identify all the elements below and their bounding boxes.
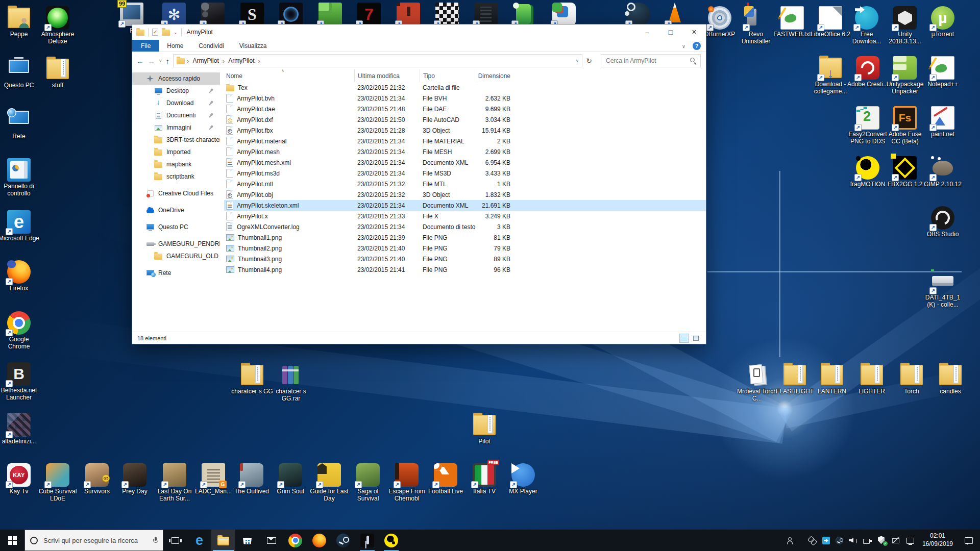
column-header-type[interactable]: Tipo <box>420 69 477 82</box>
up-button[interactable] <box>166 57 170 65</box>
desktop-icon-the-outlived[interactable]: The Outlived <box>230 463 273 495</box>
folder-icon[interactable] <box>162 30 170 36</box>
file-row-armypilot-dxf[interactable]: ArmyPilot.dxf23/02/2015 21:50File AutoCA… <box>224 114 706 125</box>
sidebar-item-download[interactable]: Download <box>132 97 220 109</box>
sidebar-item-documenti[interactable]: Documenti <box>132 109 220 121</box>
file-row-tex[interactable]: Tex23/02/2015 21:32Cartella di file <box>224 82 706 93</box>
desktop-icon-unity-2018-3-13[interactable]: Unity 2018.3.13... <box>884 6 926 45</box>
desktop-icon-football-live[interactable]: Football Live <box>424 463 467 495</box>
tab-view[interactable]: Visualizza <box>232 40 275 52</box>
tray-defender-icon[interactable] <box>877 536 886 545</box>
desktop-icon-pannello-di-controllo[interactable]: Pannello di controllo <box>0 158 40 197</box>
close-button[interactable] <box>682 24 706 40</box>
forward-button[interactable] <box>148 57 155 65</box>
desktop-icon-lantern[interactable]: LANTERN <box>811 363 853 395</box>
sidebar-item-questo-pc[interactable]: Questo PC <box>132 221 220 233</box>
file-row-armypilot-mesh-xml[interactable]: ArmyPilot.mesh.xml23/02/2015 21:34Docume… <box>224 157 706 168</box>
file-row-armypilot-material[interactable]: ArmyPilot.material23/02/2015 21:34File M… <box>224 136 706 146</box>
column-header-name[interactable]: Nome <box>224 69 354 82</box>
breadcrumb-segment[interactable]: ArmyPilot <box>191 57 220 64</box>
sidebar-item-creative-cloud-files[interactable]: Creative Cloud Files <box>132 187 220 199</box>
desktop-icon-gimp-2-10-12[interactable]: GIMP 2.10.12 <box>921 156 964 188</box>
file-row-armypilot-skeleton-xml[interactable]: ArmyPilot.skeleton.xml23/02/2015 21:34Do… <box>224 200 706 211</box>
start-button[interactable] <box>0 530 24 551</box>
desktop-icon-fastweb-txt[interactable]: FASTWEB.txt <box>771 6 814 38</box>
tray-link-icon[interactable] <box>808 536 817 545</box>
history-chevron-icon[interactable] <box>159 59 162 63</box>
taskbar-button-edge[interactable] <box>187 530 211 551</box>
taskbar-button-task-view[interactable] <box>163 530 187 551</box>
help-icon[interactable]: ? <box>693 42 701 50</box>
search-box[interactable] <box>601 54 701 67</box>
desktop-icon-free-downloa[interactable]: Free Downloa... <box>845 6 888 45</box>
breadcrumb-segment[interactable]: ArmyPilot <box>227 57 256 64</box>
desktop-icon-peppe[interactable]: Peppe <box>0 6 40 38</box>
taskbar-button-mail[interactable] <box>259 530 283 551</box>
tab-share[interactable]: Condividi <box>191 40 231 52</box>
desktop-icon-bethesda-net-launcher[interactable]: Bethesda.net Launcher <box>0 362 40 402</box>
file-row-armypilot-bvh[interactable]: ArmyPilot.bvh23/02/2015 21:34File BVH2.6… <box>224 93 706 104</box>
desktop-icon-unitypackage-unpacker[interactable]: Unitypackage Unpacker <box>884 56 926 95</box>
desktop-icon-google-chrome[interactable]: Google Chrome <box>0 311 40 350</box>
desktop-icon-prey-day[interactable]: Prey Day <box>113 463 156 495</box>
desktop-icon-stuff[interactable]: stuff <box>36 57 79 89</box>
tab-file[interactable]: File <box>132 40 159 52</box>
desktop-icon-notepad[interactable]: Notepad++ <box>921 56 964 88</box>
file-row-ogrexmlconverter-log[interactable]: OgreXMLConverter.log23/02/2015 21:34Docu… <box>224 221 706 232</box>
action-center-icon[interactable] <box>965 537 973 544</box>
desktop-icon-paint-net[interactable]: paint.net <box>921 106 964 138</box>
desktop-icon-questo-pc[interactable]: Questo PC <box>0 57 40 89</box>
file-row-armypilot-mtl[interactable]: ArmyPilot.mtl23/02/2015 21:32File MTL1 K… <box>224 179 706 189</box>
sidebar-item-gameguru-pendriv[interactable]: GAMEGURU_PENDRIV <box>132 238 220 250</box>
tray-people-icon[interactable] <box>787 536 795 545</box>
desktop-icon-mrdieval-torch-c[interactable]: Mrdieval Torch C... <box>736 363 778 403</box>
desktop-icon-dati-4tb-1-k-colle[interactable]: DATI_4TB_1 (K) - colle... <box>921 269 964 309</box>
taskbar-button-modeling-app[interactable] <box>355 530 379 551</box>
taskbar-button-fragmotion[interactable] <box>379 530 403 551</box>
expand-ribbon-icon[interactable] <box>682 42 685 49</box>
large-icons-view-button[interactable] <box>691 334 701 343</box>
desktop-icon-charatcer-s-gg-rar[interactable]: charatcer s GG.rar <box>270 363 312 403</box>
desktop-icon-altadefinizi[interactable]: altadefinizi... <box>0 413 40 445</box>
column-header-modified[interactable]: Ultima modifica <box>354 69 420 82</box>
desktop-icon-grim-soul[interactable]: Grim Soul <box>269 463 312 495</box>
search-input[interactable] <box>605 57 690 65</box>
folder-icon[interactable] <box>136 30 144 36</box>
tray-volume-icon[interactable] <box>849 536 857 545</box>
desktop-icon-pilot[interactable]: Pilot <box>463 413 506 445</box>
file-row-armypilot-fbx[interactable]: ArmyPilot.fbx23/02/2015 21:283D Object15… <box>224 125 706 136</box>
column-header-size[interactable]: Dimensione <box>477 69 514 82</box>
check-doc-icon[interactable] <box>152 29 158 36</box>
tab-home[interactable]: Home <box>159 40 191 52</box>
sidebar-item-desktop[interactable]: Desktop <box>132 85 220 97</box>
desktop-icon-adobe-fuse-cc-beta[interactable]: Adobe Fuse CC (Beta) <box>884 106 926 145</box>
desktop-icon-torch[interactable]: Torch <box>890 363 933 395</box>
desktop-icon-obs-studio[interactable]: OBS Studio <box>921 206 964 238</box>
tray-usb-icon[interactable] <box>863 536 872 545</box>
file-row-thumbnail2-png[interactable]: Thumbnail2.png23/02/2015 21:40File PNG79… <box>224 243 706 254</box>
desktop-icon-candles[interactable]: candles <box>929 363 972 395</box>
desktop-icon-survivors[interactable]: Survivors <box>76 463 118 495</box>
desktop-icon-cube-survival-ldoe[interactable]: Cube Survival LDoE <box>36 463 79 503</box>
file-row-thumbnail4-png[interactable]: Thumbnail4.png23/02/2015 21:41File PNG96… <box>224 264 706 275</box>
desktop-icon-torrent[interactable]: µTorrent <box>921 6 964 38</box>
desktop-icon-ladc-man[interactable]: LADC_Man... <box>192 463 235 495</box>
chevron-down-icon[interactable]: ⌄ <box>174 30 178 35</box>
tray-display-icon[interactable] <box>906 536 915 545</box>
microphone-icon[interactable] <box>153 537 158 544</box>
details-view-button[interactable] <box>679 334 689 343</box>
taskbar-search[interactable] <box>24 530 163 551</box>
desktop-icon-charatcer-s-gg[interactable]: charatcer s GG <box>231 363 274 395</box>
sidebar-item-mapbank[interactable]: mapbank <box>132 158 220 170</box>
sidebar-item-accesso-rapido[interactable]: Accesso rapido <box>132 72 220 85</box>
desktop-icon-last-day-on-earth-sur[interactable]: Last Day On Earth Sur... <box>153 463 196 503</box>
desktop-icon-kay-tv[interactable]: Kay Tv <box>0 463 40 495</box>
desktop-icon-adobe-creati[interactable]: Adobe Creati... <box>846 56 889 88</box>
maximize-button[interactable] <box>659 24 682 40</box>
tray-free-download-manager-icon[interactable] <box>822 537 830 544</box>
desktop-icon-flashlight[interactable]: FLASHLIGHT <box>773 363 816 395</box>
desktop-icon-easy2convert-png-to-dds[interactable]: Easy2Convert PNG to DDS <box>846 106 889 145</box>
file-row-thumbnail3-png[interactable]: Thumbnail3.png23/02/2015 21:40File PNG89… <box>224 254 706 264</box>
sidebar-item-onedrive[interactable]: OneDrive <box>132 204 220 216</box>
taskbar-button-chrome[interactable] <box>283 530 307 551</box>
